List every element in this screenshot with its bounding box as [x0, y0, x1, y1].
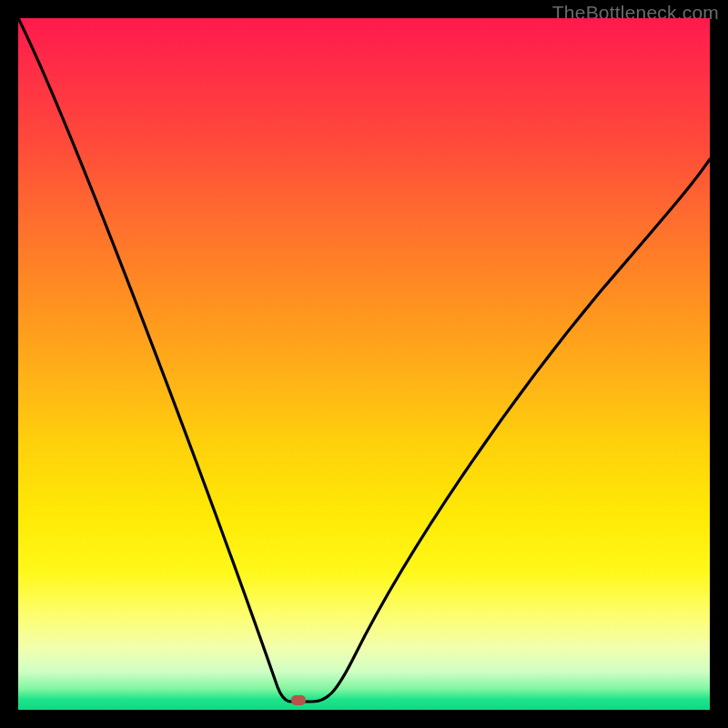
chart-frame: [18, 18, 710, 710]
optimal-point-marker: [291, 695, 306, 705]
bottleneck-curve: [18, 18, 710, 710]
